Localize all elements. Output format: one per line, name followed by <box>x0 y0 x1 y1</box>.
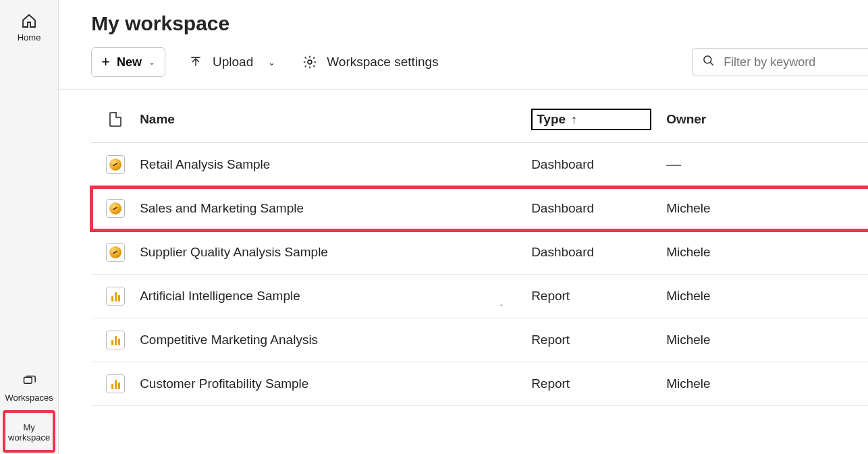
upload-icon <box>188 55 203 69</box>
report-icon <box>106 287 125 306</box>
col-type-label: Type <box>537 112 566 127</box>
row-name: Retail Analysis Sample <box>140 157 531 172</box>
row-refreshed: 7/27/ <box>801 289 868 304</box>
table-body: Retail Analysis SampleDashboard——Sales a… <box>91 143 868 406</box>
report-icon <box>106 374 125 393</box>
row-owner: — <box>666 156 801 173</box>
table-header: Name Type ↑ Owner Refr <box>91 109 868 143</box>
toolbar: + New ⌄ Upload ⌄ Workspace settings <box>59 40 868 90</box>
dashboard-icon <box>106 199 125 218</box>
row-owner: Michele <box>666 201 801 216</box>
nav-home-label: Home <box>18 32 41 43</box>
table-row[interactable]: Competitive Marketing AnalysisReportMich… <box>91 318 868 362</box>
report-icon <box>106 331 125 349</box>
left-sidebar: Home Workspaces My workspace <box>0 0 59 454</box>
dashboard-icon <box>106 155 125 174</box>
resize-caret-icon: ˆ <box>500 304 502 312</box>
table-row[interactable]: Sales and Marketing SampleDashboardMiche… <box>91 187 868 231</box>
row-name: Customer Profitability Sample <box>140 376 531 391</box>
search-icon <box>702 54 715 70</box>
settings-label: Workspace settings <box>327 55 438 69</box>
main-content: My workspace + New ⌄ Upload ⌄ Workspace … <box>59 0 868 454</box>
nav-workspaces[interactable]: Workspaces <box>0 366 58 410</box>
workspaces-icon <box>20 372 38 390</box>
row-type: Report <box>531 333 666 347</box>
nav-workspaces-label: Workspaces <box>5 393 53 403</box>
gear-icon <box>302 55 317 69</box>
row-refreshed: — <box>801 200 868 217</box>
upload-label: Upload <box>213 55 253 69</box>
row-refreshed: 7/27/ <box>801 333 868 347</box>
svg-rect-0 <box>24 377 32 383</box>
filter-input[interactable] <box>724 55 868 69</box>
content-table: Name Type ↑ Owner Refr Retail Analysis S… <box>59 90 868 406</box>
row-refreshed: — <box>801 244 868 261</box>
row-name: Supplier Quality Analysis Sample <box>140 245 531 260</box>
row-type: Report <box>531 289 666 304</box>
nav-my-workspace[interactable]: My workspace <box>3 410 55 453</box>
row-owner: Michele <box>666 333 801 347</box>
nav-home[interactable]: Home <box>0 5 58 50</box>
row-owner: Michele <box>666 289 801 304</box>
page-title: My workspace <box>91 12 868 35</box>
row-owner: Michele <box>666 376 801 391</box>
row-name: Sales and Marketing Sample <box>140 201 531 216</box>
nav-my-workspace-label: My workspace <box>8 422 50 443</box>
table-row[interactable]: Retail Analysis SampleDashboard—— <box>91 143 868 187</box>
sort-arrow-up-icon: ↑ <box>571 113 577 127</box>
upload-button[interactable]: Upload ⌄ <box>184 52 279 72</box>
svg-point-1 <box>308 60 312 64</box>
col-owner[interactable]: Owner <box>666 112 801 127</box>
table-row[interactable]: Artificial Intelligence SampleReportMich… <box>91 275 868 318</box>
chevron-down-icon: ⌄ <box>148 57 155 67</box>
row-type: Dashboard <box>531 245 666 260</box>
row-type: Dashboard <box>531 201 666 216</box>
dashboard-icon <box>106 243 125 262</box>
nav-spacer <box>0 50 58 366</box>
table-row[interactable]: Supplier Quality Analysis SampleDashboar… <box>91 231 868 275</box>
row-type: Dashboard <box>531 157 666 172</box>
row-refreshed: 1/17/ <box>801 376 868 391</box>
row-type: Report <box>531 376 666 391</box>
home-icon <box>20 12 38 30</box>
chevron-down-icon: ⌄ <box>268 57 275 67</box>
row-name: Artificial Intelligence Sample <box>140 289 531 304</box>
workspace-settings-button[interactable]: Workspace settings <box>298 52 442 72</box>
col-refreshed[interactable]: Refr <box>801 112 868 127</box>
col-type[interactable]: Type ↑ <box>531 109 666 130</box>
filter-box[interactable] <box>692 48 868 76</box>
new-button[interactable]: + New ⌄ <box>91 47 165 77</box>
table-row[interactable]: Customer Profitability SampleReportMiche… <box>91 362 868 406</box>
col-name[interactable]: Name <box>140 112 531 127</box>
title-area: My workspace <box>59 0 868 40</box>
plus-icon: + <box>101 53 110 71</box>
svg-point-2 <box>704 56 711 63</box>
row-refreshed: — <box>801 156 868 173</box>
col-icon[interactable] <box>91 112 140 127</box>
file-icon <box>109 112 121 127</box>
row-owner: Michele <box>666 245 801 260</box>
new-button-label: New <box>117 55 142 69</box>
row-name: Competitive Marketing Analysis <box>140 333 531 347</box>
